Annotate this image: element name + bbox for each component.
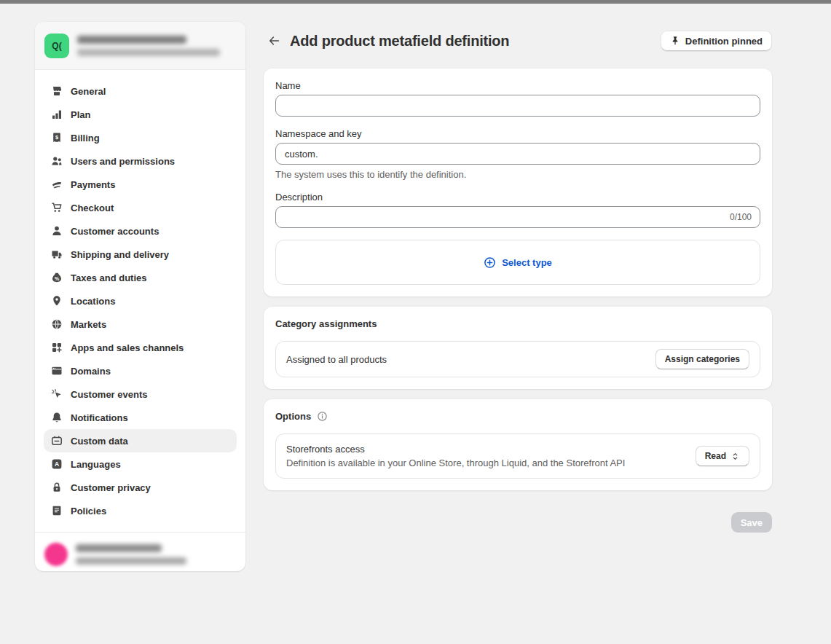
store-domain-redacted	[77, 49, 220, 56]
description-input[interactable]	[275, 206, 760, 228]
store-name-redacted	[77, 36, 186, 44]
browser-top-bar	[0, 0, 831, 4]
namespace-field-group: Namespace and key The system uses this t…	[275, 128, 760, 180]
users-icon	[51, 155, 63, 167]
store-icon	[51, 85, 63, 97]
sidebar-item-label: General	[71, 86, 106, 97]
info-icon[interactable]	[317, 411, 328, 422]
assign-categories-button[interactable]: Assign categories	[655, 349, 749, 369]
user-email-redacted	[76, 557, 186, 565]
domains-icon	[51, 365, 63, 377]
plus-circle-icon	[484, 256, 496, 269]
sidebar-item-label: Payments	[71, 179, 115, 190]
namespace-label: Namespace and key	[275, 128, 760, 139]
cursor-icon	[51, 388, 63, 400]
description-field-group: Description 0/100	[275, 192, 760, 228]
sidebar-item-locations[interactable]: Locations	[44, 289, 237, 313]
description-label: Description	[275, 192, 760, 203]
settings-nav: General Plan $ Billing Users and permiss…	[35, 70, 245, 532]
sidebar-item-customer-events[interactable]: Customer events	[44, 382, 237, 406]
sidebar-item-label: Plan	[71, 109, 90, 120]
category-status-text: Assigned to all products	[286, 354, 387, 365]
definition-pinned-label: Definition pinned	[685, 36, 763, 47]
name-field-group: Name	[275, 80, 760, 117]
custom-data-icon	[51, 435, 63, 447]
policies-icon	[51, 505, 63, 517]
save-row: Save	[264, 512, 772, 533]
user-name-redacted	[76, 544, 162, 552]
svg-text:A: A	[55, 460, 59, 468]
sidebar-item-label: Billing	[71, 133, 100, 144]
plan-icon	[51, 109, 63, 120]
back-button[interactable]	[264, 31, 284, 51]
sidebar-item-label: Taxes and duties	[71, 272, 147, 283]
taxes-icon: %	[51, 272, 63, 283]
sidebar-item-label: Customer privacy	[71, 482, 151, 493]
sidebar-item-general[interactable]: General	[44, 79, 237, 103]
store-avatar: Q(	[44, 34, 69, 58]
sidebar-item-label: Checkout	[71, 203, 114, 213]
name-input[interactable]	[275, 95, 760, 117]
payments-icon	[51, 178, 63, 190]
back-arrow-icon	[268, 35, 280, 47]
category-assignment-row: Assigned to all products Assign categori…	[275, 341, 760, 377]
sidebar-item-markets[interactable]: Markets	[44, 313, 237, 336]
sidebar-item-label: Custom data	[71, 436, 128, 447]
billing-icon: $	[51, 132, 63, 144]
storefronts-access-select-value: Read	[705, 451, 726, 461]
updown-caret-icon	[730, 452, 740, 461]
sidebar-item-users-and-permissions[interactable]: Users and permissions	[44, 149, 237, 173]
lock-icon	[51, 482, 63, 493]
sidebar-item-languages[interactable]: A Languages	[44, 452, 237, 476]
sidebar-item-policies[interactable]: Policies	[44, 499, 237, 522]
storefronts-access-text: Storefronts access Definition is availab…	[286, 444, 625, 468]
sidebar-item-billing[interactable]: $ Billing	[44, 126, 237, 149]
sidebar-item-label: Languages	[71, 459, 121, 470]
storefronts-access-title: Storefronts access	[286, 444, 625, 455]
sidebar-item-label: Apps and sales channels	[71, 342, 184, 353]
storefronts-access-select[interactable]: Read	[696, 446, 749, 466]
category-assignments-title: Category assignments	[275, 318, 760, 329]
sidebar-item-taxes-and-duties[interactable]: % Taxes and duties	[44, 266, 237, 289]
sidebar-item-customer-privacy[interactable]: Customer privacy	[44, 476, 237, 499]
storefronts-access-description: Definition is available in your Online S…	[286, 458, 625, 468]
sidebar-item-shipping-and-delivery[interactable]: Shipping and delivery	[44, 243, 237, 266]
sidebar-item-label: Domains	[71, 366, 111, 377]
sidebar-item-label: Customer events	[71, 389, 147, 400]
select-type-button[interactable]: Select type	[479, 256, 556, 270]
sidebar-item-custom-data[interactable]: Custom data	[44, 429, 237, 452]
user-footer[interactable]	[35, 532, 245, 571]
definition-form-card: Name Namespace and key The system uses t…	[264, 68, 772, 297]
sidebar-item-customer-accounts[interactable]: Customer accounts	[44, 219, 237, 243]
apps-icon	[51, 342, 63, 353]
sidebar-item-label: Customer accounts	[71, 226, 159, 237]
namespace-help-text: The system uses this to identify the def…	[275, 169, 760, 180]
options-card: Options Storefronts access Definition is…	[264, 399, 772, 490]
definition-pinned-button[interactable]: Definition pinned	[661, 31, 772, 51]
globe-icon	[51, 318, 63, 330]
sidebar-item-checkout[interactable]: Checkout	[44, 196, 237, 219]
user-avatar	[44, 543, 68, 566]
select-type-box: Select type	[275, 240, 760, 285]
sidebar-item-label: Shipping and delivery	[71, 249, 169, 260]
sidebar-item-apps-and-sales-channels[interactable]: Apps and sales channels	[44, 336, 237, 359]
select-type-label: Select type	[502, 257, 552, 268]
store-identity	[77, 36, 220, 56]
sidebar-item-label: Policies	[71, 506, 106, 517]
save-button[interactable]: Save	[731, 512, 772, 533]
sidebar-item-label: Users and permissions	[71, 156, 175, 167]
category-assignments-card: Category assignments Assigned to all pro…	[264, 307, 772, 389]
location-icon	[51, 295, 63, 307]
namespace-input[interactable]	[275, 143, 760, 165]
sidebar-item-payments[interactable]: Payments	[44, 173, 237, 196]
svg-text:%: %	[55, 276, 60, 281]
sidebar-item-notifications[interactable]: Notifications	[44, 406, 237, 429]
sidebar-item-domains[interactable]: Domains	[44, 359, 237, 382]
settings-sidebar: Q( General Plan $ Billing User	[35, 22, 245, 571]
store-header[interactable]: Q(	[35, 22, 245, 70]
truck-icon	[51, 248, 63, 260]
sidebar-item-label: Markets	[71, 319, 106, 330]
sidebar-item-plan[interactable]: Plan	[44, 103, 237, 126]
languages-icon: A	[51, 458, 63, 470]
bell-icon	[51, 412, 63, 423]
